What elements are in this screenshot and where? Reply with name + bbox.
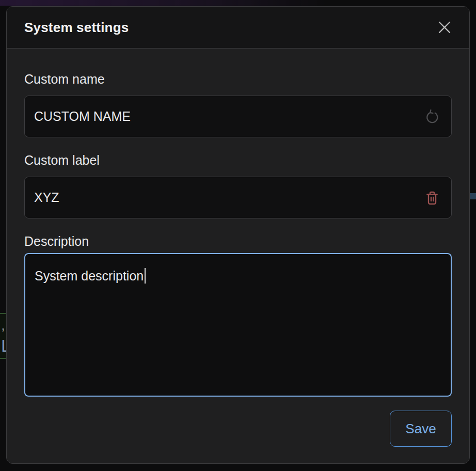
backdrop-top-glow bbox=[0, 0, 330, 6]
close-button[interactable] bbox=[433, 16, 456, 39]
description-textarea[interactable]: System description bbox=[24, 253, 452, 397]
description-text: System description bbox=[35, 269, 144, 283]
custom-label-label: Custom label bbox=[24, 152, 452, 168]
description-label: Description bbox=[24, 233, 452, 249]
dialog-header: System settings bbox=[7, 7, 469, 49]
custom-name-input[interactable] bbox=[34, 109, 420, 124]
dialog-footer: Save bbox=[24, 411, 452, 447]
custom-name-field bbox=[24, 96, 452, 137]
dialog-body: Custom name Custom label bbox=[7, 49, 469, 463]
delete-button[interactable] bbox=[420, 186, 444, 210]
close-icon bbox=[437, 20, 452, 35]
reset-button[interactable] bbox=[420, 105, 444, 129]
custom-name-label: Custom name bbox=[24, 71, 452, 87]
custom-label-field bbox=[24, 177, 452, 218]
system-settings-dialog: System settings Custom name bbox=[6, 6, 470, 464]
save-button[interactable]: Save bbox=[390, 411, 452, 447]
backdrop: { "backdrop": { "terminal_fragment": { "… bbox=[0, 0, 476, 471]
trash-icon bbox=[424, 190, 440, 206]
text-caret bbox=[145, 268, 146, 284]
custom-label-input[interactable] bbox=[34, 190, 420, 205]
backdrop-band bbox=[469, 193, 476, 199]
reset-icon bbox=[424, 108, 440, 125]
dialog-title: System settings bbox=[24, 20, 129, 36]
